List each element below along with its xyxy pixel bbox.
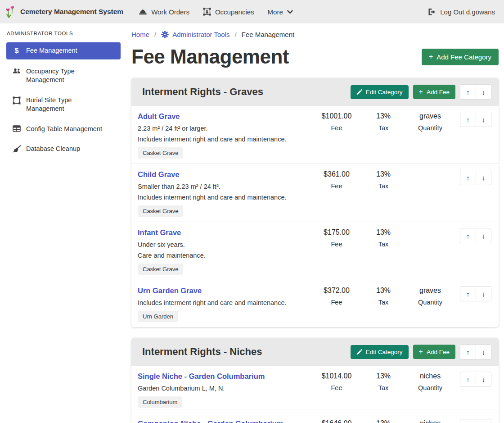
fee-quantity-column: niches Quantity — [407, 418, 454, 423]
fee-type-badge: Casket Grave — [138, 205, 183, 217]
category-reorder-group: ↑ ↓ — [460, 344, 491, 359]
nav-item-label: More — [268, 8, 283, 16]
fee-description: Under six years. — [138, 241, 310, 248]
fee-amount-label: Fee — [313, 241, 360, 248]
fee-description: Includes interment right and care and ma… — [138, 194, 310, 201]
fee-descriptions: Smaller than 2.23 m² / 24 ft².Includes i… — [138, 183, 310, 201]
occupancy-frame-icon — [203, 8, 211, 16]
fee-name-link[interactable]: Adult Grave — [138, 112, 310, 121]
sidebar-item-fee-management[interactable]: $ Fee Management — [6, 42, 121, 59]
breadcrumb: Home / — [131, 31, 499, 38]
fee-name-link[interactable]: Infant Grave — [138, 228, 310, 237]
fee-tax-column: 13% Tax — [360, 169, 407, 190]
category-title: Interment Rights - Niches — [142, 346, 351, 358]
fee-reorder-group: ↑ ↓ — [460, 228, 491, 243]
sidebar-item-label: Fee Management — [26, 46, 77, 55]
fee-amount-column: $175.00 Fee — [313, 227, 360, 248]
fee-quantity-column: graves Quantity — [407, 285, 454, 306]
fee-amount-value: $175.00 — [313, 228, 360, 237]
fee-tax-label: Tax — [360, 124, 407, 132]
sidebar-heading: ADMINISTRATOR TOOLS — [7, 31, 121, 36]
add-fee-button[interactable]: + Add Fee — [413, 85, 455, 99]
breadcrumb-home-link[interactable]: Home — [131, 31, 149, 38]
move-fee-down-button[interactable]: ↓ — [476, 287, 491, 301]
fee-tax-value: 13% — [360, 170, 407, 178]
add-fee-button[interactable]: + Add Fee — [413, 345, 455, 359]
nav-item-work-orders[interactable]: Work Orders — [139, 8, 189, 16]
fee-name-link[interactable]: Urn Garden Grave — [138, 287, 310, 295]
category-header: Interment Rights - Niches Edit Category … — [131, 338, 499, 366]
pencil-icon — [356, 89, 362, 95]
main-content: Home / — [126, 23, 504, 423]
move-category-up-button[interactable]: ↑ — [460, 85, 476, 99]
fee-quantity-label: Quantity — [407, 384, 454, 391]
sidebar-item-label: Config Table Management — [26, 125, 102, 134]
fee-descriptions: Includes interment right and care and ma… — [138, 299, 310, 306]
fee-tax-column: 13% Tax — [360, 371, 407, 391]
breadcrumb-separator: / — [234, 31, 236, 38]
move-fee-down-button[interactable]: ↓ — [476, 112, 491, 127]
move-category-up-button[interactable]: ↑ — [460, 345, 476, 359]
move-fee-up-button[interactable]: ↑ — [460, 419, 476, 423]
move-fee-down-button[interactable]: ↓ — [476, 419, 491, 423]
nav-item-occupancies[interactable]: Occupancies — [203, 8, 254, 16]
breadcrumb-admin-tools-link[interactable]: Administrator Tools — [161, 31, 230, 38]
fee-tax-column: 13% Tax — [360, 285, 407, 306]
sidebar-item-label: Burial Site Type Management — [26, 96, 105, 114]
app-window: Cemetery Management System Work Orders — [0, 0, 504, 423]
fee-type-badge: Columbarium — [138, 396, 182, 408]
fee-descriptions: 2.23 m² / 24 ft² or larger.Includes inte… — [138, 125, 310, 143]
move-fee-down-button[interactable]: ↓ — [476, 372, 491, 387]
nav-item-more[interactable]: More — [268, 8, 293, 16]
fee-tax-value: 13% — [360, 228, 407, 237]
fee-name-link[interactable]: Single Niche - Garden Columbarium — [138, 372, 310, 381]
fee-description: Includes interment right and care and ma… — [138, 299, 310, 306]
sidebar-item-burial-site-type-management[interactable]: Burial Site Type Management — [6, 92, 121, 117]
plus-icon: + — [419, 88, 423, 96]
fee-name-link[interactable]: Companion Niche - Garden Columbarium — [138, 419, 310, 423]
sidebar-item-config-table-management[interactable]: Config Table Management — [6, 121, 121, 137]
edit-category-label: Edit Category — [366, 349, 403, 355]
nav-item-label: Occupancies — [215, 8, 254, 16]
fee-row: Infant Grave Under six years.Care and ma… — [131, 222, 499, 280]
move-fee-up-button[interactable]: ↑ — [460, 287, 476, 301]
fee-reorder-group: ↑ ↓ — [460, 419, 491, 423]
sidebar-item-database-cleanup[interactable]: Database Cleanup — [6, 141, 121, 157]
fee-type-badge: Urn Garden — [138, 311, 178, 322]
brand[interactable]: Cemetery Management System — [5, 5, 123, 18]
fee-type-badge: Casket Grave — [138, 147, 183, 159]
move-fee-up-button[interactable]: ↑ — [460, 372, 476, 387]
fee-amount-column: $361.00 Fee — [313, 169, 360, 190]
fee-row: Child Grave Smaller than 2.23 m² / 24 ft… — [131, 164, 499, 222]
move-fee-up-button[interactable]: ↑ — [460, 228, 476, 243]
breadcrumb-separator: / — [154, 31, 156, 38]
fee-name-link[interactable]: Child Grave — [138, 170, 310, 179]
fee-tax-value: 13% — [360, 112, 407, 120]
move-fee-down-button[interactable]: ↓ — [476, 170, 491, 185]
fee-tax-value: 13% — [360, 372, 407, 380]
move-fee-up-button[interactable]: ↑ — [460, 112, 476, 127]
add-fee-label: Add Fee — [427, 89, 450, 96]
fee-tax-column: 13% Tax — [360, 227, 407, 248]
fee-amount-label: Fee — [313, 124, 360, 132]
move-category-down-button[interactable]: ↓ — [476, 345, 491, 359]
move-fee-down-button[interactable]: ↓ — [476, 228, 491, 243]
fee-tax-label: Tax — [360, 384, 407, 391]
fee-quantity-column: niches Quantity — [407, 371, 454, 391]
fee-quantity-column — [407, 227, 454, 232]
fee-type-badge: Casket Grave — [138, 264, 183, 275]
fee-reorder-group: ↑ ↓ — [460, 170, 491, 185]
move-fee-up-button[interactable]: ↑ — [460, 170, 476, 185]
fee-tax-value: 13% — [360, 419, 407, 423]
sidebar-item-occupancy-type-management[interactable]: Occupancy Type Management — [6, 64, 121, 88]
add-fee-category-button[interactable]: + Add Fee Category — [422, 49, 499, 65]
move-category-down-button[interactable]: ↓ — [476, 85, 491, 99]
fee-tax-label: Tax — [360, 299, 407, 306]
fee-amount-value: $372.00 — [313, 287, 360, 295]
edit-category-button[interactable]: Edit Category — [351, 345, 409, 359]
logout-button[interactable]: Log Out d.gowans — [428, 8, 495, 16]
fee-row: Urn Garden Grave Includes interment righ… — [131, 280, 499, 327]
edit-category-button[interactable]: Edit Category — [351, 85, 409, 99]
logout-icon — [428, 8, 436, 16]
fee-amount-label: Fee — [313, 384, 360, 391]
